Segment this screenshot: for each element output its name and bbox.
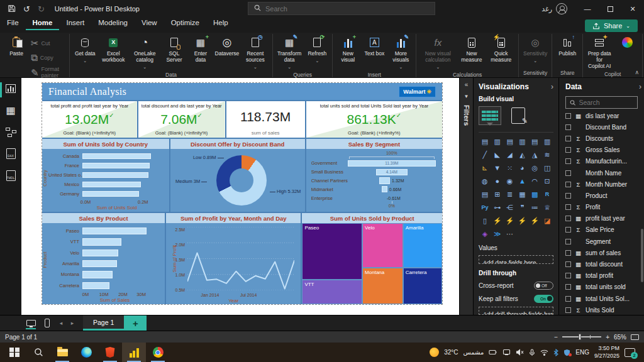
menu-file[interactable]: File [0, 18, 26, 30]
100-stacked-bar-chart-icon[interactable]: ▤ [528, 137, 541, 146]
funnel-channel-partners[interactable]: Channel Partners1.32M [311, 177, 436, 185]
sensitivity-button[interactable]: ◎Sensitivity⌄ [521, 34, 550, 69]
clock[interactable]: 3:50 PM 9/27/2025 [594, 345, 619, 359]
menu-help[interactable]: Help [206, 18, 235, 30]
clustered-column-chart-icon[interactable]: ▥ [516, 137, 529, 146]
redo-icon[interactable]: ↻ [38, 5, 45, 13]
windows-security-icon[interactable] [564, 349, 570, 356]
field-total-profit[interactable]: ▦total profit [565, 270, 641, 282]
dax-query-view-icon[interactable]: DAX [0, 148, 21, 159]
card-icon[interactable]: ⊡ [541, 177, 553, 186]
start-button[interactable] [3, 343, 26, 362]
treemap-vtt[interactable]: VTT [302, 280, 362, 304]
field-checkbox[interactable] [565, 227, 571, 233]
field-checkbox[interactable] [565, 307, 571, 313]
field-checkbox[interactable] [565, 193, 571, 199]
power-bi-icon[interactable] [122, 343, 146, 362]
donut-chart[interactable] [216, 155, 267, 206]
microphone-icon[interactable] [529, 349, 535, 356]
line-chart-icon[interactable]: ╱ [479, 150, 491, 160]
add-drill-through-fields-dropzone[interactable]: Add drill-through fields here [479, 307, 553, 315]
funnel-enterprise[interactable]: Enterprise-0.61M [311, 194, 436, 202]
treemap-amarilla[interactable]: Amarilla [403, 223, 442, 268]
clustered-bar-chart-icon[interactable]: ▤ [504, 137, 516, 146]
azure-map-icon[interactable]: ▲ [516, 177, 529, 186]
treemap-icon[interactable]: ◫ [541, 163, 553, 173]
collapse-visualizations-icon[interactable]: › [551, 82, 553, 91]
format-visual-icon[interactable] [511, 107, 525, 124]
field-checkbox[interactable] [565, 147, 571, 153]
area-chart-icon[interactable]: ◣ [491, 150, 504, 160]
chart-sales-by-product[interactable]: Sales By Product ProductPaseoVTTVeloAmar… [42, 213, 166, 304]
field-checkbox[interactable] [565, 158, 571, 164]
stacked-column-chart-icon[interactable]: ▥ [491, 137, 504, 146]
field-checkbox[interactable] [565, 250, 571, 256]
preview-visual-icon[interactable]: ⚡ [528, 216, 541, 226]
r-script-visual-icon[interactable]: R [541, 190, 553, 199]
field-checkbox[interactable] [565, 170, 571, 176]
field-dis-last-year[interactable]: ▦dis last year [565, 113, 641, 121]
weather-temp[interactable]: 32°C [444, 349, 458, 356]
100-stacked-column-chart-icon[interactable]: ▥ [541, 137, 553, 146]
battery-icon[interactable] [489, 349, 497, 356]
treemap-velo[interactable]: Velo [362, 223, 403, 268]
arcgis-map-icon[interactable]: ◪ [541, 216, 553, 226]
more-visuals-button[interactable]: ✎More visuals⌄ [387, 34, 414, 70]
notification-center-icon[interactable]: 2 [625, 348, 635, 357]
copy-button[interactable]: ⧉Copy [31, 52, 66, 63]
new-visual-button[interactable]: +New visual [335, 34, 361, 70]
filled-map-icon[interactable]: ● [491, 177, 504, 186]
metrics-icon[interactable]: ♕ [541, 203, 553, 212]
menu-view[interactable]: View [135, 18, 164, 30]
refresh-button[interactable]: ⟳Refresh⌄ [304, 34, 330, 70]
field-gross-sales[interactable]: ΣGross Sales [565, 145, 641, 156]
field-product[interactable]: Product [565, 190, 641, 201]
cast-screen-icon[interactable] [502, 349, 511, 356]
get-data-button[interactable]: Get data⌄ [72, 34, 98, 70]
field-checkbox[interactable] [565, 284, 571, 290]
kpi-card-1[interactable]: total profit and profit last year by Yea… [42, 101, 138, 138]
slicer-icon[interactable]: ≣ [504, 190, 516, 199]
field-segment[interactable]: Segment [565, 236, 641, 247]
bar-germany[interactable]: Germany [48, 189, 160, 199]
desktop-layout-button[interactable] [23, 315, 39, 331]
python-visual-icon[interactable]: Py [479, 203, 491, 212]
previous-page-arrow[interactable]: ◂ [55, 315, 67, 331]
maximize-button[interactable] [599, 0, 621, 18]
waterfall-chart-icon[interactable]: ⊾ [479, 163, 491, 173]
data-search-input[interactable] [579, 99, 633, 106]
bluetooth-icon[interactable] [553, 349, 558, 356]
cut-button[interactable]: ✂Cut [31, 37, 66, 49]
field-discounts[interactable]: ΣDiscounts [565, 133, 641, 144]
new-measure-button[interactable]: New measure [457, 34, 486, 70]
power-automate-icon[interactable]: ⚡ [491, 216, 504, 226]
copilot-button[interactable] [614, 34, 640, 70]
field-sale-price[interactable]: ΣSale Price [565, 224, 641, 236]
excel-workbook-button[interactable]: XExcel workbook [98, 34, 128, 70]
chrome-icon[interactable] [146, 343, 170, 362]
transform-data-button[interactable]: ▦✎Transform data⌄ [275, 34, 304, 70]
table-icon[interactable]: ▦ [516, 190, 529, 199]
power-platform-visual-icon[interactable]: ≫ [491, 229, 504, 239]
table-view-icon[interactable]: ▦ [0, 104, 21, 116]
field-manufacturin-[interactable]: ΣManufacturin... [565, 156, 641, 167]
report-view-icon[interactable] [0, 84, 21, 93]
field-sum-of-sales[interactable]: ▦sum of sales [565, 247, 641, 258]
prep-data-for-copilot-ai-button[interactable]: ✦Prep data for Copilot AI [585, 34, 614, 70]
dataverse-button[interactable]: ◎Dataverse [214, 34, 240, 70]
line-clustered-column-chart-icon[interactable]: ◮ [528, 150, 541, 160]
scatter-chart-icon[interactable]: ⁙ [504, 163, 516, 173]
close-button[interactable]: ✕ [621, 0, 644, 18]
field-units-sold[interactable]: ΣUnits Sold [565, 304, 641, 315]
menu-home[interactable]: Home [26, 18, 60, 30]
sql-server-button[interactable]: SQL Server [161, 34, 187, 70]
bar-canada[interactable]: Canada [48, 151, 160, 161]
power-apps-visual-icon[interactable]: ⚡ [504, 216, 516, 226]
menu-optimize[interactable]: Optimize [164, 18, 206, 30]
funnel-government[interactable]: Government11.39M [311, 159, 436, 168]
stacked-bar-chart-icon[interactable]: ▤ [479, 137, 491, 146]
report-page[interactable]: Financial Analysis Walmart✳ total profit… [42, 82, 443, 305]
funnel-midmarket[interactable]: Midmarket0.66M [311, 185, 436, 194]
field-total-units-sold[interactable]: ▦total units sold [565, 282, 641, 293]
custom-visual-diamond-icon[interactable]: ◈ [479, 229, 491, 239]
